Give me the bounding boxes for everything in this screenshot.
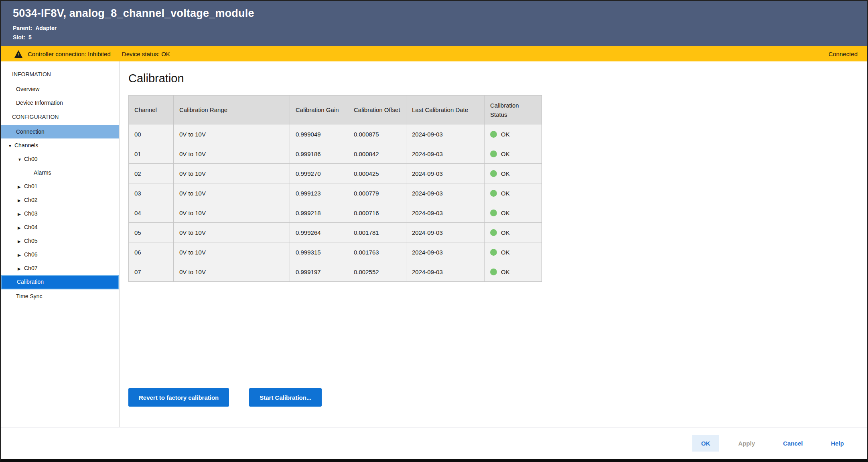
page-title: 5034-IF8V, analog_8_channel_voltage_modu…	[13, 7, 867, 20]
sidebar-item-device-information[interactable]: Device Information	[1, 96, 119, 110]
sidebar-item-connection[interactable]: Connection	[1, 125, 119, 138]
cell-channel: 07	[129, 262, 174, 282]
sidebar-item-ch05[interactable]: ▶Ch05	[1, 234, 119, 248]
sidebar-item-ch03[interactable]: ▶Ch03	[1, 207, 119, 220]
sidebar-item-alarms[interactable]: Alarms	[1, 166, 119, 179]
slot-line: Slot:5	[13, 33, 867, 42]
column-header-last-calibration-date: Last Calibration Date	[406, 96, 485, 124]
chevron-right-icon: ▶	[18, 221, 24, 235]
table-row: 050V to 10V0.9992640.0017812024-09-03OK	[129, 223, 542, 242]
column-header-calibration-gain: Calibration Gain	[290, 96, 348, 124]
cell-calibration-status: OK	[485, 144, 542, 164]
cell-calibration-gain: 0.999049	[290, 124, 348, 144]
cell-calibration-range: 0V to 10V	[174, 144, 290, 164]
table-row: 040V to 10V0.9992180.0007162024-09-03OK	[129, 203, 542, 223]
chevron-right-icon: ▶	[18, 262, 24, 276]
status-ok-dot-icon	[490, 269, 497, 275]
cell-last-calibration-date: 2024-09-03	[406, 183, 485, 203]
calibration-table-body: 000V to 10V0.9990490.0008752024-09-03OK0…	[129, 124, 542, 282]
sidebar-item-ch07[interactable]: ▶Ch07	[1, 261, 119, 275]
dialog-footer: OK Apply Cancel Help	[1, 427, 867, 459]
sidebar-section-information: INFORMATION	[1, 67, 119, 82]
parent-value: Adapter	[35, 25, 57, 31]
device-status: Device status: OK	[122, 51, 170, 57]
cell-calibration-gain: 0.999218	[290, 203, 348, 223]
sidebar-item-channels[interactable]: ▼Channels	[1, 138, 119, 152]
parent-label: Parent:	[13, 25, 32, 31]
column-header-calibration-offset: Calibration Offset	[348, 96, 406, 124]
module-config-window: 5034-IF8V, analog_8_channel_voltage_modu…	[0, 0, 868, 462]
cell-calibration-status: OK	[485, 164, 542, 183]
table-row: 070V to 10V0.9991970.0025522024-09-03OK	[129, 262, 542, 282]
sidebar-item-overview[interactable]: Overview	[1, 82, 119, 96]
status-label: OK	[501, 190, 510, 197]
cell-calibration-offset: 0.000779	[348, 183, 406, 203]
cell-calibration-status: OK	[485, 223, 542, 242]
slot-label: Slot:	[13, 34, 25, 41]
table-row: 060V to 10V0.9993150.0017632024-09-03OK	[129, 242, 542, 262]
cell-calibration-status: OK	[485, 203, 542, 223]
status-ok-dot-icon	[490, 210, 497, 216]
table-row: 020V to 10V0.9992700.0004252024-09-03OK	[129, 164, 542, 183]
chevron-right-icon: ▶	[18, 208, 24, 221]
cell-last-calibration-date: 2024-09-03	[406, 144, 485, 164]
sidebar-item-ch06[interactable]: ▶Ch06	[1, 248, 119, 261]
section-title: Calibration	[128, 72, 867, 85]
cancel-button[interactable]: Cancel	[774, 435, 811, 452]
status-ok-dot-icon	[490, 131, 497, 138]
cell-calibration-gain: 0.999264	[290, 223, 348, 242]
chevron-down-icon: ▼	[18, 153, 24, 167]
ok-button[interactable]: OK	[692, 435, 719, 452]
cell-calibration-status: OK	[485, 183, 542, 203]
chevron-right-icon: ▶	[18, 248, 24, 262]
cell-calibration-offset: 0.001781	[348, 223, 406, 242]
parent-line: Parent:Adapter	[13, 24, 867, 33]
cell-calibration-status: OK	[485, 124, 542, 144]
status-alert-bar: ! Controller connection: Inhibited Devic…	[1, 46, 867, 61]
status-label: OK	[501, 151, 510, 157]
status-ok-dot-icon	[490, 170, 497, 177]
status-ok-dot-icon	[490, 190, 497, 197]
sidebar-item-ch00[interactable]: ▼Ch00	[1, 152, 119, 166]
status-label: OK	[501, 170, 510, 177]
cell-channel: 02	[129, 164, 174, 183]
sidebar-item-ch04[interactable]: ▶Ch04	[1, 220, 119, 234]
column-header-calibration-status: Calibration Status	[485, 96, 542, 124]
cell-channel: 04	[129, 203, 174, 223]
sidebar-nav: INFORMATION Overview Device Information …	[1, 61, 120, 427]
sidebar-item-ch02[interactable]: ▶Ch02	[1, 193, 119, 207]
cell-calibration-gain: 0.999123	[290, 183, 348, 203]
sidebar-item-calibration[interactable]: Calibration	[1, 275, 119, 289]
cell-calibration-offset: 0.000716	[348, 203, 406, 223]
titlebar: 5034-IF8V, analog_8_channel_voltage_modu…	[1, 1, 867, 46]
table-row: 010V to 10V0.9991860.0008422024-09-03OK	[129, 144, 542, 164]
status-label: OK	[501, 249, 510, 256]
cell-calibration-offset: 0.002552	[348, 262, 406, 282]
help-button[interactable]: Help	[822, 435, 853, 452]
cell-calibration-gain: 0.999270	[290, 164, 348, 183]
apply-button[interactable]: Apply	[730, 435, 764, 452]
cell-calibration-range: 0V to 10V	[174, 183, 290, 203]
sidebar-item-time-sync[interactable]: Time Sync	[1, 289, 119, 303]
cell-calibration-gain: 0.999197	[290, 262, 348, 282]
cell-calibration-offset: 0.001763	[348, 242, 406, 262]
main-content: Calibration Channel Calibration Range Ca…	[120, 61, 867, 427]
cell-calibration-status: OK	[485, 242, 542, 262]
cell-calibration-range: 0V to 10V	[174, 124, 290, 144]
status-ok-dot-icon	[490, 229, 497, 236]
chevron-right-icon: ▶	[18, 194, 24, 208]
cell-channel: 00	[129, 124, 174, 144]
warning-triangle-icon: !	[14, 50, 23, 58]
cell-channel: 06	[129, 242, 174, 262]
sidebar-section-configuration: CONFIGURATION	[1, 110, 119, 125]
chevron-right-icon: ▶	[18, 235, 24, 248]
table-row: 000V to 10V0.9990490.0008752024-09-03OK	[129, 124, 542, 144]
cell-calibration-range: 0V to 10V	[174, 242, 290, 262]
cell-calibration-status: OK	[485, 262, 542, 282]
cell-channel: 01	[129, 144, 174, 164]
sidebar-item-ch01[interactable]: ▶Ch01	[1, 179, 119, 193]
cell-calibration-range: 0V to 10V	[174, 223, 290, 242]
cell-last-calibration-date: 2024-09-03	[406, 203, 485, 223]
start-calibration-button[interactable]: Start Calibration...	[249, 388, 322, 407]
revert-to-factory-calibration-button[interactable]: Revert to factory calibration	[128, 388, 229, 407]
